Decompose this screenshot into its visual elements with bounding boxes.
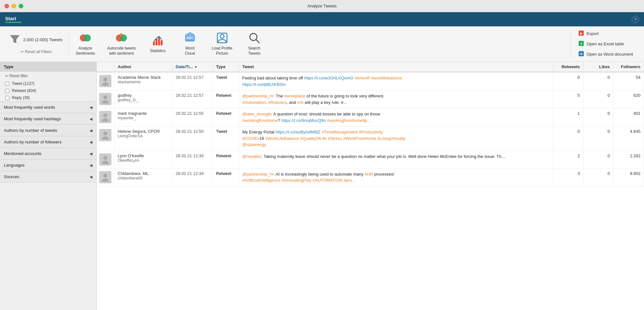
tweet-mention[interactable]: @wee_shoogle (242, 112, 271, 116)
main-content: Type ↩ Reset filter Tweet (1127) Retweet… (0, 62, 644, 310)
word-cloud-button[interactable]: ABC WordCloud (174, 29, 206, 59)
chevron-icon: ◀ (90, 117, 92, 121)
tweet-hashtag: #Stress (328, 136, 342, 141)
avatar-cell (97, 126, 114, 151)
export-icon: ▶ (578, 30, 584, 37)
table-row[interactable]: Helene Segura, CPO®LivingOrderSA28.02.21… (97, 126, 644, 151)
search-tweets-button[interactable]: SearchTweets (238, 29, 270, 59)
reset-all-filters-button[interactable]: ↩ Reset all Filters (21, 50, 52, 54)
mentioned-accounts-label: Mentioned accounts (4, 151, 41, 156)
most-frequent-words-section[interactable]: Most frequently used words ◀ (0, 102, 96, 113)
tweet-link[interactable]: https://t.co/wJGHLKQomO (304, 76, 353, 80)
table-row[interactable]: Lynn O'KeeffeOkeeffeLynn28.02.21 12:39Re… (97, 150, 644, 168)
start-section: Start (5, 16, 21, 23)
svg-point-30 (103, 174, 107, 178)
author-name: mark magnante (118, 111, 169, 116)
followers-cell: 4.645 (613, 126, 644, 151)
reply-checkbox[interactable] (5, 96, 9, 100)
autocode-tweets-button[interactable]: Autocode tweetswith sentiment (101, 29, 142, 59)
minimize-button[interactable] (12, 4, 16, 8)
author-cell: godfreygodfrey_G_ (114, 90, 172, 108)
autocode-tweets-icon (115, 32, 128, 44)
load-profile-picture-button[interactable]: Load ProfilePicture (206, 29, 238, 59)
most-frequent-words-label: Most frequently used words (4, 105, 55, 110)
chevron-icon: ◀ (90, 151, 92, 156)
col-likes[interactable]: Likes (583, 62, 613, 72)
avatar (99, 75, 111, 87)
likes-cell: 0 (583, 168, 613, 186)
start-label[interactable]: Start (5, 16, 21, 21)
open-excel-button[interactable]: X Open as Excel table (577, 40, 634, 48)
tweet-hashtag: #workingfromhome (242, 118, 278, 123)
avatar (99, 111, 111, 123)
close-button[interactable] (5, 4, 9, 8)
languages-label: Languages (4, 163, 24, 168)
table-row[interactable]: Chidambara .ML.chidambara0928.02.21 12:3… (97, 168, 644, 186)
avatar-cell (97, 72, 114, 90)
tweet-hashtag: #ArtificialIntelligence (242, 178, 280, 183)
tweet-mention[interactable]: @meabhc (242, 154, 261, 159)
col-datetime[interactable]: Date/Ti... ▼ (172, 62, 213, 72)
tweet-text: Feeling bad about taking time off (242, 76, 304, 80)
start-bar (5, 22, 21, 23)
action-toolbar: 2.000 (2.000) Tweets ↩ Reset all Filters… (0, 26, 644, 62)
tweet-mention[interactable]: @partnership_hr (242, 94, 273, 98)
languages-section[interactable]: Languages ◀ (0, 160, 96, 171)
svg-line-18 (256, 40, 259, 43)
tweet-link[interactable]: https://t.co/9rvqMucQ9o (281, 118, 326, 123)
tweet-text: : AI is increasingly being used to autom… (274, 172, 365, 177)
tweet-hashtag: #Productivity (359, 130, 383, 134)
tweet-link[interactable]: https://t.co/ezByAdMtBZ (276, 130, 320, 134)
retweet-filter-label: Retweet (834) (12, 88, 36, 93)
table-row[interactable]: godfreygodfrey_G_28.02.21 12:57Retweet@p… (97, 90, 644, 108)
tweets-table: Author Date/Ti... ▼ Type Tweet Retweets … (97, 62, 644, 187)
author-cell: Academia Meme Stackstackamemia (114, 72, 172, 90)
mentioned-accounts-section[interactable]: Mentioned accounts ◀ (0, 148, 96, 160)
tweet-mention[interactable]: @partnership_hr (242, 172, 273, 177)
tweet-mention[interactable]: @cpsenergy (242, 142, 266, 147)
sources-section[interactable]: Sources ◀ (0, 171, 96, 183)
authors-by-tweets-section[interactable]: Authors by number of tweets ◀ (0, 125, 96, 136)
tweet-link[interactable]: https://t.co/dj9EAKBStn (242, 82, 286, 87)
table-row[interactable]: mark magnantemyauntie_28.02.21 12:55Retw… (97, 108, 644, 126)
sort-arrow: ▼ (194, 65, 197, 69)
table-row[interactable]: Academia Meme Stackstackamemia28.02.21 1… (97, 72, 644, 90)
authors-by-followers-section[interactable]: Authors by number of followers ◀ (0, 136, 96, 148)
type-filter-section: Type ↩ Reset filter Tweet (1127) Retweet… (0, 62, 96, 102)
retweet-checkbox[interactable] (5, 89, 9, 93)
retweet-filter-item[interactable]: Retweet (834) (0, 87, 96, 94)
svg-text:▶: ▶ (580, 32, 582, 35)
col-followers[interactable]: Followers (613, 62, 644, 72)
avatar (99, 171, 111, 183)
tweet-text: processes! (373, 172, 394, 177)
chevron-icon: ◀ (90, 105, 92, 110)
most-frequent-hashtags-section[interactable]: Most frequently used hashtags ◀ (0, 113, 96, 125)
reply-filter-item[interactable]: Reply (39) (0, 94, 96, 101)
col-author[interactable]: Author (114, 62, 172, 72)
tweet-hashtag: #TimeManagement (322, 130, 358, 134)
author-cell: mark magnantemyauntie_ (114, 108, 172, 126)
col-tweet[interactable]: Tweet (239, 62, 553, 72)
chevron-icon: ◀ (90, 163, 92, 168)
col-retweets[interactable]: Retweets (553, 62, 583, 72)
tweet-checkbox[interactable] (5, 82, 9, 86)
reset-filter-button[interactable]: ↩ Reset filter (0, 72, 96, 80)
date-cell: 28.02.21 12:39 (172, 168, 213, 186)
help-button[interactable]: ? (632, 16, 639, 23)
tweet-text: of the future is going to look very diff… (305, 94, 384, 98)
statistics-button[interactable]: Statistics (142, 32, 174, 56)
export-button[interactable]: ▶ Export (577, 30, 634, 38)
tweet-cell: @partnership_hr: AI is increasingly bein… (239, 168, 553, 186)
maximize-button[interactable] (19, 4, 23, 8)
svg-rect-8 (161, 40, 163, 45)
date-cell: 28.02.21 12:55 (172, 108, 213, 126)
tweet-hashtag: #InnovatingPlay (282, 178, 312, 183)
analyze-sentiments-button[interactable]: AnalyzeSentiments (69, 29, 101, 59)
tweet-filter-item[interactable]: Tweet (1127) (0, 80, 96, 87)
open-word-button[interactable]: W Open as Word document (577, 50, 634, 59)
author-handle: OkeeffeLynn (118, 158, 169, 163)
tweet-hashtag: #Robotics (268, 100, 287, 105)
type-cell: Tweet (213, 126, 239, 151)
window-title: Analyze Tweets (308, 4, 337, 8)
col-type[interactable]: Type (213, 62, 239, 72)
